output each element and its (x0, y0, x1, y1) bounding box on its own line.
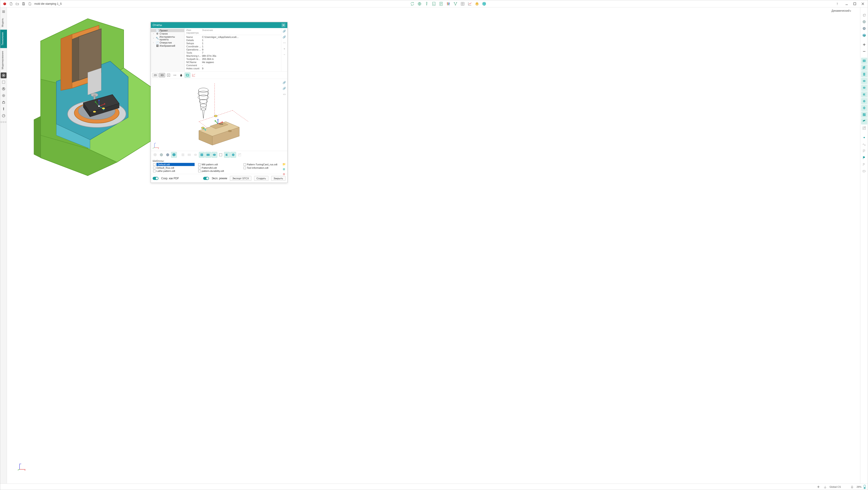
prop-row[interactable]: Tools7 (186, 51, 279, 54)
prop-row[interactable]: Coordinate ...1 (186, 45, 279, 48)
nodes-icon[interactable] (452, 1, 459, 7)
flag-outline-icon[interactable] (861, 148, 867, 154)
drill-icon[interactable] (1, 106, 6, 112)
tab-technology[interactable]: Технология (0, 30, 7, 48)
template-item[interactable]: Default.odt (153, 163, 195, 166)
tb-shape4-icon[interactable] (199, 152, 205, 158)
link2-icon[interactable]: 🔗 (282, 35, 287, 39)
save-icon[interactable] (21, 1, 26, 6)
measure-icon[interactable] (172, 72, 178, 78)
plus-sm-icon[interactable]: ＋ (282, 46, 287, 51)
sb-cs-label[interactable]: Global CS (830, 486, 841, 488)
prop-row[interactable]: Holes count9 (186, 67, 279, 70)
menu-icon[interactable] (1, 9, 6, 14)
pv-select-icon[interactable]: ▭ (282, 92, 286, 96)
view-10-icon[interactable] (861, 118, 867, 125)
prop-row[interactable]: Comment- (186, 64, 279, 67)
view-9-icon[interactable] (861, 111, 867, 118)
tag-icon[interactable] (861, 168, 867, 174)
print-icon[interactable] (474, 1, 480, 7)
viewport-3d[interactable]: Динамический (7, 7, 860, 484)
tree-node-machine[interactable]: ›⚙Станок (151, 32, 184, 35)
prop-row[interactable]: NameC:\Users\igor_v\AppData\Local\... (186, 35, 279, 39)
prop-row[interactable]: Setups1 (186, 42, 279, 45)
view-2-icon[interactable] (861, 64, 867, 71)
grid-icon[interactable] (460, 1, 466, 7)
nc-file-icon[interactable]: N.I. (431, 1, 437, 7)
flag-teal-icon[interactable] (861, 155, 867, 161)
sb-bell-icon[interactable] (850, 485, 854, 489)
minus-icon[interactable] (861, 48, 867, 55)
flag-gray-icon[interactable] (861, 161, 867, 168)
sb-axis-icon[interactable] (823, 485, 827, 489)
prop-row[interactable]: Details1 (186, 39, 279, 42)
prop-row[interactable]: Operations ...9 (186, 48, 279, 51)
template-item[interactable]: Pattern-TuningCard_rus.odt (243, 163, 285, 166)
pv-link-icon[interactable]: 🔗 (282, 80, 286, 85)
view-3-icon[interactable] (861, 71, 867, 77)
link-icon[interactable]: 🔗 (282, 29, 287, 33)
pv-link2-icon[interactable]: 🔗 (282, 86, 286, 91)
target-icon[interactable] (1, 72, 6, 78)
compass-icon[interactable] (1, 86, 6, 92)
prop-row[interactable]: Toolpath le...283.304 m (186, 58, 279, 61)
tb-shape8-icon[interactable] (224, 152, 230, 158)
tree-node-images[interactable]: 🖼Изображений (151, 44, 184, 47)
graph-icon[interactable] (191, 72, 197, 78)
template-item[interactable]: pattern-durability.odt (198, 169, 240, 172)
tb-sphere2-icon[interactable] (165, 152, 170, 158)
dashed-box-icon[interactable] (1, 79, 6, 85)
expand-icon[interactable] (166, 72, 172, 78)
sphere-shaded-icon[interactable] (861, 25, 867, 32)
minimize-button[interactable] (843, 1, 850, 6)
box-icon[interactable] (481, 1, 487, 7)
tb-shape9-icon[interactable] (230, 152, 236, 158)
template-item[interactable]: Tool information.odt (243, 166, 285, 169)
template-item[interactable]: Lathe pattern.odt (153, 169, 195, 172)
tb-sphere1-icon[interactable] (158, 152, 164, 158)
dot-teal-icon[interactable] (861, 134, 867, 141)
tab-model[interactable]: Модель (0, 15, 7, 30)
report-icon[interactable] (438, 1, 444, 7)
app-logo-icon[interactable] (2, 1, 7, 6)
tb-shape5-icon[interactable] (205, 152, 211, 158)
export-stcx-button[interactable]: Экспорт STCX (230, 176, 251, 181)
template-item[interactable]: Default_Rus.odt (153, 166, 195, 169)
reports-close-button[interactable] (281, 23, 285, 27)
view-8-icon[interactable] (861, 105, 867, 111)
2d-button[interactable]: 2D (152, 73, 158, 77)
chart-icon[interactable] (467, 1, 473, 7)
new-file-icon[interactable] (8, 1, 14, 6)
sb-plus-icon[interactable] (816, 485, 820, 489)
more-icon[interactable]: ○○○ (0, 120, 6, 124)
tb-shape6-icon[interactable] (212, 152, 217, 158)
view-1-icon[interactable] (861, 58, 867, 64)
exp-mode-toggle[interactable] (203, 177, 209, 180)
tpl-remove-icon[interactable]: ⊖ (282, 172, 286, 176)
layers-icon[interactable] (185, 72, 190, 78)
help-icon[interactable] (835, 1, 840, 6)
template-item[interactable]: Mill pattern.odt (198, 163, 240, 166)
prop-row[interactable]: Machining t...08h 07m 35s (186, 54, 279, 58)
minus-sm-icon[interactable]: － (282, 52, 287, 57)
close-panel-button[interactable]: Закрыть (271, 176, 285, 181)
view-5-icon[interactable] (861, 85, 867, 91)
3d-button[interactable]: 3D (159, 73, 165, 77)
sb-zoom-label[interactable]: 28% (857, 486, 862, 488)
tab-modeling[interactable]: Моделирование (0, 48, 7, 72)
tree-node-holes[interactable]: ›📄Отверстия (151, 41, 184, 44)
maximize-button[interactable] (851, 1, 858, 6)
view-4-icon[interactable] (861, 78, 867, 84)
wave-icon[interactable] (861, 141, 867, 148)
tb-cube-teal-icon[interactable] (171, 152, 177, 158)
machine-icon[interactable] (1, 99, 6, 105)
gear-icon[interactable] (1, 93, 6, 98)
view-6-icon[interactable] (861, 91, 867, 98)
sphere-icon[interactable] (861, 19, 867, 25)
cube-iso-icon[interactable] (861, 32, 867, 38)
prop-row[interactable]: NCNameНе задано (186, 61, 279, 64)
cube-wire-icon[interactable] (861, 12, 867, 18)
tpl-folder-icon[interactable]: 📁 (282, 162, 286, 166)
rotate-icon[interactable] (409, 1, 415, 7)
dots-icon[interactable]: ⋯ (282, 41, 287, 45)
